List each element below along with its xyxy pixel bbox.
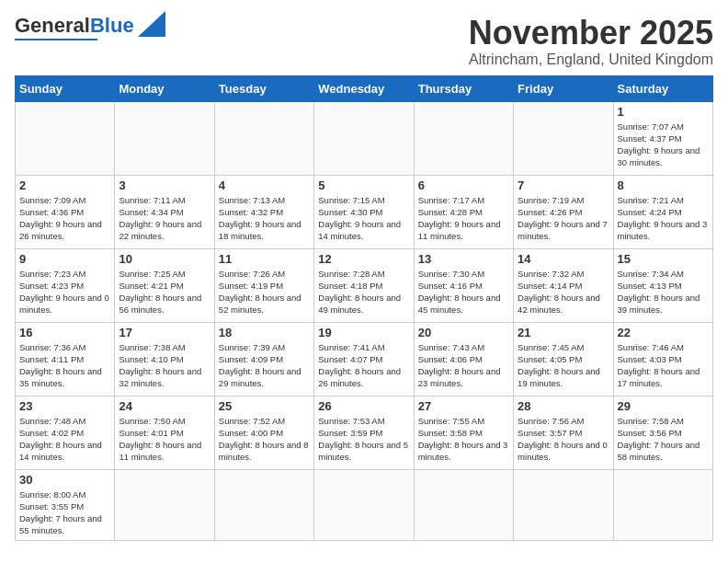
empty-cell [16, 101, 115, 175]
day-17: 17 Sunrise: 7:38 AMSunset: 4:10 PMDaylig… [115, 322, 214, 396]
day-26: 26 Sunrise: 7:53 AMSunset: 3:59 PMDaylig… [314, 396, 414, 469]
svg-marker-0 [138, 11, 165, 37]
calendar-row-4: 16 Sunrise: 7:36 AMSunset: 4:11 PMDaylig… [16, 322, 713, 396]
empty-cell [514, 469, 613, 540]
day-12: 12 Sunrise: 7:28 AMSunset: 4:18 PMDaylig… [314, 248, 414, 322]
day-24: 24 Sunrise: 7:50 AMSunset: 4:01 PMDaylig… [115, 396, 214, 469]
day-8: 8 Sunrise: 7:21 AMSunset: 4:24 PMDayligh… [613, 175, 712, 248]
empty-cell [414, 101, 513, 175]
empty-cell [214, 469, 313, 540]
calendar-row-3: 9 Sunrise: 7:23 AMSunset: 4:23 PMDayligh… [16, 248, 713, 322]
day-13: 13 Sunrise: 7:30 AMSunset: 4:16 PMDaylig… [414, 248, 513, 322]
logo: GeneralBlue [15, 15, 165, 40]
empty-cell [314, 469, 414, 540]
calendar: Sunday Monday Tuesday Wednesday Thursday… [15, 75, 713, 541]
day-20: 20 Sunrise: 7:43 AMSunset: 4:06 PMDaylig… [414, 322, 513, 396]
col-friday: Friday [514, 75, 613, 101]
day-21: 21 Sunrise: 7:45 AMSunset: 4:05 PMDaylig… [514, 322, 613, 396]
empty-cell [115, 469, 214, 540]
col-tuesday: Tuesday [214, 75, 313, 101]
day-18: 18 Sunrise: 7:39 AMSunset: 4:09 PMDaylig… [214, 322, 313, 396]
day-30: 30 Sunrise: 8:00 AMSunset: 3:55 PMDaylig… [16, 469, 115, 540]
day-29: 29 Sunrise: 7:58 AMSunset: 3:56 PMDaylig… [613, 396, 712, 469]
col-thursday: Thursday [414, 75, 513, 101]
day-4: 4 Sunrise: 7:13 AMSunset: 4:32 PMDayligh… [214, 175, 313, 248]
calendar-row-5: 23 Sunrise: 7:48 AMSunset: 4:02 PMDaylig… [16, 396, 713, 469]
day-22: 22 Sunrise: 7:46 AMSunset: 4:03 PMDaylig… [613, 322, 712, 396]
day-5: 5 Sunrise: 7:15 AMSunset: 4:30 PMDayligh… [314, 175, 414, 248]
calendar-row-1: 1 Sunrise: 7:07 AM Sunset: 4:37 PM Dayli… [16, 101, 713, 175]
empty-cell [214, 101, 313, 175]
day-7: 7 Sunrise: 7:19 AMSunset: 4:26 PMDayligh… [514, 175, 613, 248]
day-3: 3 Sunrise: 7:11 AMSunset: 4:34 PMDayligh… [115, 175, 214, 248]
title-area: November 2025 Altrincham, England, Unite… [469, 15, 713, 68]
col-monday: Monday [115, 75, 214, 101]
day-9: 9 Sunrise: 7:23 AMSunset: 4:23 PMDayligh… [16, 248, 115, 322]
calendar-row-2: 2 Sunrise: 7:09 AMSunset: 4:36 PMDayligh… [16, 175, 713, 248]
col-saturday: Saturday [613, 75, 712, 101]
logo-icon [138, 11, 165, 37]
day-11: 11 Sunrise: 7:26 AMSunset: 4:19 PMDaylig… [214, 248, 313, 322]
day-14: 14 Sunrise: 7:32 AMSunset: 4:14 PMDaylig… [514, 248, 613, 322]
col-sunday: Sunday [16, 75, 115, 101]
day-23: 23 Sunrise: 7:48 AMSunset: 4:02 PMDaylig… [16, 396, 115, 469]
location: Altrincham, England, United Kingdom [469, 52, 713, 68]
day-19: 19 Sunrise: 7:41 AMSunset: 4:07 PMDaylig… [314, 322, 414, 396]
header: GeneralBlue November 2025 Altrincham, En… [15, 15, 713, 68]
calendar-row-6: 30 Sunrise: 8:00 AMSunset: 3:55 PMDaylig… [16, 469, 713, 540]
empty-cell [314, 101, 414, 175]
day-10: 10 Sunrise: 7:25 AMSunset: 4:21 PMDaylig… [115, 248, 214, 322]
calendar-header-row: Sunday Monday Tuesday Wednesday Thursday… [16, 75, 713, 101]
day-6: 6 Sunrise: 7:17 AMSunset: 4:28 PMDayligh… [414, 175, 513, 248]
day-15: 15 Sunrise: 7:34 AMSunset: 4:13 PMDaylig… [613, 248, 712, 322]
day-27: 27 Sunrise: 7:55 AMSunset: 3:58 PMDaylig… [414, 396, 513, 469]
empty-cell [414, 469, 513, 540]
empty-cell [514, 101, 613, 175]
logo-text: GeneralBlue [15, 16, 134, 36]
day-1: 1 Sunrise: 7:07 AM Sunset: 4:37 PM Dayli… [613, 101, 712, 175]
month-title: November 2025 [469, 15, 713, 52]
day-16: 16 Sunrise: 7:36 AMSunset: 4:11 PMDaylig… [16, 322, 115, 396]
day-25: 25 Sunrise: 7:52 AMSunset: 4:00 PMDaylig… [214, 396, 313, 469]
day-28: 28 Sunrise: 7:56 AMSunset: 3:57 PMDaylig… [514, 396, 613, 469]
col-wednesday: Wednesday [314, 75, 414, 101]
empty-cell [613, 469, 712, 540]
day-2: 2 Sunrise: 7:09 AMSunset: 4:36 PMDayligh… [16, 175, 115, 248]
empty-cell [115, 101, 214, 175]
logo-underline [15, 39, 97, 40]
